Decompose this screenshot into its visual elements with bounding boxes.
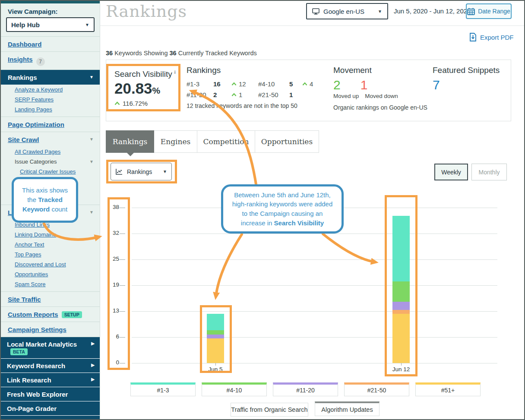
gridline: [132, 285, 497, 286]
rankings-summary: Rankings #1-3 16 12 #4-10 5 4 #11-20 2 1…: [187, 66, 329, 109]
legend-label: #21-50: [367, 387, 386, 394]
rank-bucket-change: 1: [231, 91, 258, 98]
rankings-summary-grid: #1-3 16 12 #4-10 5 4 #11-20 2 1 #21-50 1: [187, 80, 329, 98]
moved-up-value: 2: [333, 78, 341, 92]
rank-bucket-label: #1-3: [187, 80, 213, 88]
tool-label: On-Page Grader: [7, 405, 57, 412]
chevron-down-icon: ▼: [378, 9, 382, 14]
date-range-button[interactable]: Date Range: [466, 3, 512, 19]
sidebar-subitem-label: Landing Pages: [15, 106, 52, 113]
sidebar-tool-keyword-research[interactable]: Keyword Research ▶: [1, 359, 100, 373]
rank-bucket-label: #4-10: [258, 80, 289, 88]
legend-item[interactable]: #51+: [415, 382, 481, 396]
sidebar-item-campaign-settings[interactable]: Campaign Settings: [1, 322, 100, 337]
legend-item[interactable]: #11-20: [273, 382, 338, 396]
sidebar-tool-on-page-grader[interactable]: On-Page Grader: [1, 401, 100, 416]
export-pdf-button[interactable]: Export PDF: [469, 33, 514, 42]
tab-rankings[interactable]: Rankings: [106, 130, 154, 153]
sidebar-item-page-optimization[interactable]: Page Optimization: [1, 117, 100, 132]
chart-type-select[interactable]: Rankings ▼: [111, 163, 172, 180]
sidebar-subitem-label: Top Pages: [15, 251, 41, 258]
chevron-down-icon: ▼: [85, 22, 89, 27]
sidebar-item-serp-features[interactable]: SERP Features: [1, 95, 100, 104]
callout-text: Between June 5th and June 12th, high-ran…: [229, 190, 335, 228]
sidebar-tool-local-market-analytics[interactable]: Local Market Analytics BETA ▶: [1, 337, 100, 359]
legend-label: #11-20: [296, 387, 315, 394]
sidebar-item-label: Dashboard: [8, 41, 41, 48]
top-teal-strip: [1, 1, 100, 3]
sidebar-tool-fresh-web-explorer[interactable]: Fresh Web Explorer: [1, 387, 100, 401]
featured-snippets-title: Featured Snippets: [433, 66, 500, 75]
rank-bucket-value: 5: [289, 80, 302, 88]
campaign-select[interactable]: Help Hub ▼: [6, 17, 95, 32]
legend-item[interactable]: #1-3: [130, 382, 196, 396]
setup-badge: SETUP: [62, 311, 82, 318]
search-visibility-title: Search Visibility i: [114, 69, 178, 79]
chevron-right-icon: ▶: [91, 341, 95, 346]
rankings-summary-note: 12 tracked keywords are not in the top 5…: [187, 102, 329, 109]
chart-type-select-highlight: Rankings ▼: [106, 160, 177, 183]
sidebar-item-dashboard[interactable]: Dashboard: [1, 36, 100, 51]
keywords-tail-text: Currently Tracked Keywords: [177, 50, 257, 57]
sidebar-item-spam-score[interactable]: Spam Score: [1, 279, 100, 291]
sidebar-subitem-label: Opportunities: [15, 271, 48, 278]
tab-opportunities[interactable]: Opportunities: [255, 130, 319, 153]
view-campaign-label: View Campaign:: [8, 8, 93, 15]
tool-label: Keyword Research: [7, 362, 65, 369]
sidebar-item-label: Site Crawl: [8, 136, 39, 143]
sidebar-item-top-pages[interactable]: Top Pages: [1, 249, 100, 259]
weekly-button[interactable]: Weekly: [434, 164, 468, 180]
sidebar-item-site-traffic[interactable]: Site Traffic: [1, 291, 100, 306]
legend-item[interactable]: #4-10: [202, 382, 267, 396]
jun5-bar-highlight: [200, 305, 232, 373]
sidebar-tool-link-research[interactable]: Link Research ▶: [1, 373, 100, 387]
sidebar-subitem-label: Issue Categories: [15, 158, 57, 165]
traffic-organic-search-button[interactable]: Traffic from Organic Search: [231, 403, 308, 417]
search-visibility-card-highlight: Search Visibility i 20.83% 116.72%: [106, 64, 180, 111]
search-visibility-callout: Between June 5th and June 12th, high-ran…: [221, 184, 344, 234]
search-visibility-number: 20.83: [114, 80, 152, 97]
info-icon[interactable]: i: [174, 69, 175, 75]
featured-snippets-value: 7: [433, 78, 500, 92]
tool-label: Fresh Web Explorer: [7, 391, 68, 398]
engine-select[interactable]: Google en-US ▼: [306, 3, 388, 19]
legend-item[interactable]: #21-50: [344, 382, 409, 396]
rank-bucket-change-value: 4: [310, 80, 313, 88]
sidebar-item-critical-crawler-issues[interactable]: Critical Crawler Issues: [1, 167, 100, 177]
sidebar-item-insights[interactable]: Insights7: [1, 51, 100, 69]
sidebar-tool-on-demand-crawl[interactable]: On-Demand Crawl: [1, 416, 100, 420]
date-range-text: Jun 5, 2020 - Jun 12, 2020: [394, 7, 471, 15]
sidebar-item-analyze-a-keyword[interactable]: Analyze a Keyword: [1, 85, 100, 95]
sidebar-item-custom-reports[interactable]: Custom ReportsSETUP: [1, 306, 100, 322]
export-pdf-label: Export PDF: [480, 34, 514, 41]
sidebar-subitem-label: Discovered and Lost: [15, 261, 66, 268]
rank-bucket-value: 16: [213, 80, 231, 88]
gridline: [132, 311, 497, 312]
tab-competition[interactable]: Competition: [197, 130, 255, 153]
chart-type-select-value: Rankings: [127, 168, 152, 175]
rank-bucket-change: 12: [231, 80, 258, 88]
sidebar-subitem-label: Critical Crawler Issues: [20, 168, 76, 175]
algorithm-updates-button[interactable]: Algorithm Updates: [315, 401, 380, 416]
rank-bucket-value: 1: [289, 91, 302, 98]
sidebar-item-all-crawled-pages[interactable]: All Crawled Pages: [1, 147, 100, 157]
sidebar-item-linking-domains[interactable]: Linking Domains: [1, 230, 100, 240]
tab-engines[interactable]: Engines: [154, 130, 197, 153]
sidebar-item-site-crawl[interactable]: Site Crawl ▼: [1, 132, 100, 147]
rank-bucket-value: 2: [213, 91, 231, 98]
monthly-button[interactable]: Monthly: [471, 164, 507, 180]
sidebar-item-opportunities[interactable]: Opportunities: [1, 269, 100, 279]
sidebar-item-label: Site Traffic: [8, 296, 41, 303]
desktop-icon: [312, 8, 319, 15]
caret-up-icon: [114, 101, 120, 105]
chevron-down-icon: ▼: [89, 159, 94, 164]
search-visibility-change-value: 116.72%: [123, 100, 148, 107]
sidebar-item-landing-pages[interactable]: Landing Pages: [1, 104, 100, 117]
rankings-summary-title: Rankings: [187, 66, 329, 75]
sidebar-item-anchor-text[interactable]: Anchor Text: [1, 240, 100, 249]
sidebar-item-issue-categories[interactable]: Issue Categories ▼: [1, 157, 100, 167]
gridline: [132, 363, 497, 363]
sidebar-item-rankings[interactable]: Rankings ▼: [1, 69, 100, 85]
sidebar-item-discovered-and-lost[interactable]: Discovered and Lost: [1, 259, 100, 269]
featured-snippets-summary: Featured Snippets 7: [433, 66, 500, 92]
